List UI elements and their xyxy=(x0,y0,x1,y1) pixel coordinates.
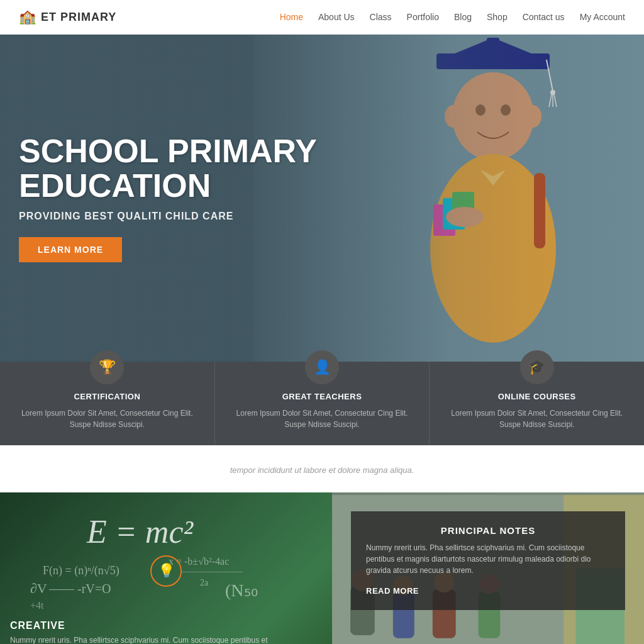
mid-tagline: tempor incididunt ut labore et dolore ma… xyxy=(13,465,631,475)
feature-desc-0: Lorem Ipsum Dolor Sit Amet, Consectetur … xyxy=(15,408,199,430)
trophy-icon: 🏆 xyxy=(90,350,124,384)
nav-about[interactable]: About Us xyxy=(318,12,355,22)
feature-title-2: ONLINE COURSES xyxy=(445,392,629,401)
card-principal: PRINCIPAL NOTES Nummy nrerit uris. Pha s… xyxy=(332,492,644,644)
svg-text:(N₅₀: (N₅₀ xyxy=(225,580,258,600)
hero-title: SCHOOL PRIMARY EDUCATION xyxy=(19,134,317,203)
hero-content: SCHOOL PRIMARY EDUCATION PROVIDING BEST … xyxy=(0,134,317,262)
read-more-link[interactable]: READ MORE xyxy=(366,586,419,596)
bottom-cards: E = mc² F(n) = (n)ⁿ/(n√5) ∂V —— -rV=O +4… xyxy=(0,492,644,644)
graduation-icon: 🎓 xyxy=(520,350,554,384)
svg-text:+4t: +4t xyxy=(30,600,44,611)
principal-notes-desc: Nummy nrerit uris. Pha sellirtsce sciphv… xyxy=(366,542,610,576)
nav-contact[interactable]: Contact us xyxy=(523,12,565,22)
hero-section: SCHOOL PRIMARY EDUCATION PROVIDING BEST … xyxy=(0,35,644,362)
card-creative-desc: Nummy nrerit uris. Pha sellirtsce sciphv… xyxy=(10,635,267,644)
card-creative-title: CREATIVE xyxy=(10,620,267,631)
svg-text:E = mc²: E = mc² xyxy=(86,514,194,550)
nav-account[interactable]: My Account xyxy=(580,12,625,22)
logo-text: ET PRIMARY xyxy=(41,11,116,24)
svg-text:2a: 2a xyxy=(200,578,209,587)
principal-notes-title: PRINCIPAL NOTES xyxy=(366,525,610,536)
logo: 🏫 ET PRIMARY xyxy=(19,9,116,25)
nav-shop[interactable]: Shop xyxy=(487,12,508,22)
feature-certification: 🏆 CERTIFICATION Lorem Ipsum Dolor Sit Am… xyxy=(0,362,215,445)
main-nav: Home About Us Class Portfolio Blog Shop … xyxy=(280,12,625,22)
features-strip: 🏆 CERTIFICATION Lorem Ipsum Dolor Sit Am… xyxy=(0,362,644,445)
svg-text:———————: ——————— xyxy=(180,567,243,576)
lightbulb-icon: 💡 xyxy=(150,555,182,587)
person-icon: 👤 xyxy=(305,350,339,384)
nav-blog[interactable]: Blog xyxy=(454,12,472,22)
feature-title-0: CERTIFICATION xyxy=(15,392,199,401)
svg-text:∂V: ∂V xyxy=(30,580,47,596)
feature-courses: 🎓 ONLINE COURSES Lorem Ipsum Dolor Sit A… xyxy=(430,362,644,445)
svg-text:F(n) = (n)ⁿ/(n√5): F(n) = (n)ⁿ/(n√5) xyxy=(43,564,119,577)
feature-desc-1: Lorem Ipsum Dolor Sit Amet, Consectetur … xyxy=(230,408,414,430)
card-left-content: CREATIVE Nummy nrerit uris. Pha sellirts… xyxy=(10,620,267,644)
feature-desc-2: Lorem Ipsum Dolor Sit Amet, Consectetur … xyxy=(445,408,629,430)
card-right-overlay: PRINCIPAL NOTES Nummy nrerit uris. Pha s… xyxy=(351,511,625,610)
nav-portfolio[interactable]: Portfolio xyxy=(407,12,439,22)
learn-more-button[interactable]: LEARN MORE xyxy=(19,237,122,262)
school-icon: 🏫 xyxy=(19,9,36,25)
nav-class[interactable]: Class xyxy=(370,12,392,22)
svg-text:—— -rV=O: —— -rV=O xyxy=(48,582,111,596)
hero-subtitle: PROVIDING BEST QUALITI CHILD CARE xyxy=(19,211,317,222)
feature-title-1: GREAT TEACHERS xyxy=(230,392,414,401)
mid-section: tempor incididunt ut labore et dolore ma… xyxy=(0,445,644,481)
card-creative: E = mc² F(n) = (n)ⁿ/(n√5) ∂V —— -rV=O +4… xyxy=(0,492,332,644)
nav-home[interactable]: Home xyxy=(280,12,303,22)
feature-teachers: 👤 GREAT TEACHERS Lorem Ipsum Dolor Sit A… xyxy=(215,362,430,445)
header: 🏫 ET PRIMARY Home About Us Class Portfol… xyxy=(0,0,644,35)
